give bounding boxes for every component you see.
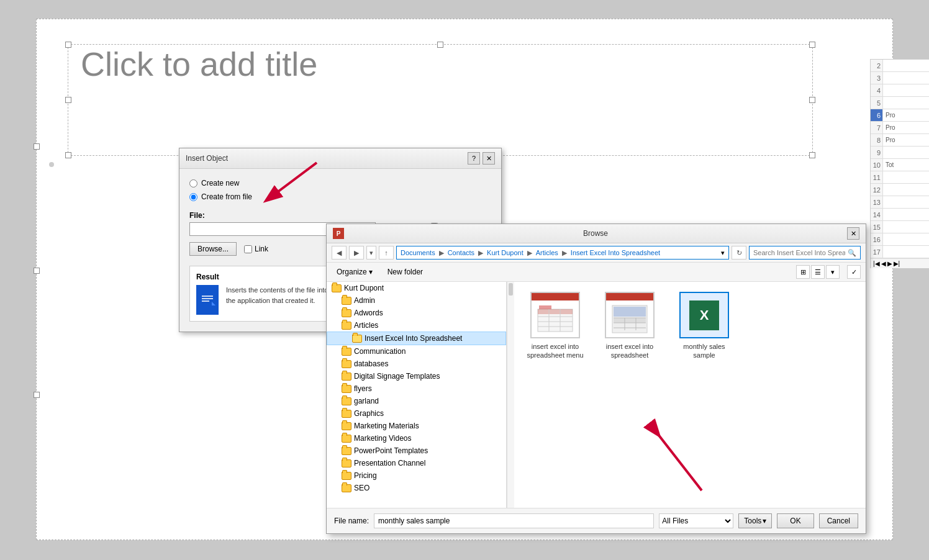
sp-last-btn[interactable]: ▶| xyxy=(894,260,900,267)
new-folder-button[interactable]: New folder xyxy=(383,266,428,278)
tree-label-garland: garland xyxy=(354,397,379,405)
tree-item-communication[interactable]: Communication xyxy=(327,345,506,358)
tree-item-adwords[interactable]: Adwords xyxy=(327,307,506,319)
tree-item-articles[interactable]: Articles xyxy=(327,319,506,332)
folder-icon-marketing-videos xyxy=(342,435,351,443)
sp-prev-btn[interactable]: ◀ xyxy=(881,260,886,267)
tools-button[interactable]: Tools ▾ xyxy=(738,513,772,528)
tree-label-marketing-materials: Marketing Materials xyxy=(354,422,419,430)
create-new-radio[interactable] xyxy=(189,179,197,187)
forward-button[interactable]: ▶ xyxy=(349,246,364,260)
sp-row-10: 10 Tot xyxy=(871,159,929,171)
tree-item-marketing-materials[interactable]: Marketing Materials xyxy=(327,420,506,432)
view-dropdown-button[interactable]: ▾ xyxy=(826,265,840,279)
sp-first-btn[interactable]: |◀ xyxy=(873,260,880,267)
sp-row-16: 16 xyxy=(871,233,929,246)
sp-num-8: 8 xyxy=(871,134,883,146)
sp-next-btn[interactable]: ▶ xyxy=(887,260,892,267)
toolbar-extra[interactable]: ✓ xyxy=(847,265,861,279)
breadcrumb-documents[interactable]: Documents xyxy=(401,249,435,256)
sp-cell-6: Pro xyxy=(883,112,895,119)
browse-titlebar-left: P xyxy=(333,228,344,239)
up-button[interactable]: ↑ xyxy=(379,246,394,260)
tree-item-graphics[interactable]: Graphics xyxy=(327,407,506,420)
close-button[interactable]: ✕ xyxy=(483,152,495,165)
breadcrumb-articles[interactable]: Articles xyxy=(536,249,558,256)
link-label: Link xyxy=(255,245,268,253)
breadcrumb-insert-excel[interactable]: Insert Excel Into Spreadsheet xyxy=(571,249,660,256)
tree-item-seo[interactable]: SEO xyxy=(327,482,506,494)
svg-rect-14 xyxy=(614,307,646,317)
folder-icon-insert-excel xyxy=(352,335,362,343)
browse-toolbar: Organize ▾ New folder ⊞ ☰ ▾ ✓ xyxy=(327,263,866,282)
svg-rect-12 xyxy=(539,305,551,309)
search-icon: 🔍 xyxy=(848,249,856,257)
address-bar: Documents ▶ Contacts ▶ Kurt Dupont ▶ Art… xyxy=(396,246,729,260)
dropdown-button[interactable]: ▾ xyxy=(366,246,376,260)
address-dropdown-btn[interactable]: ▾ xyxy=(721,249,725,257)
file-grid: insert excel into spreadsheet menu xyxy=(514,282,866,508)
browse-button[interactable]: Browse... xyxy=(189,242,237,256)
tree-item-databases[interactable]: databases xyxy=(327,358,506,370)
view-details-button[interactable]: ☰ xyxy=(811,265,825,279)
folder-icon-pricing xyxy=(342,472,351,480)
tree-label-articles: Articles xyxy=(354,321,378,330)
spreadsheet-panel: 2 3 4 5 6 Pro 7 Pro 8 Pro 9 10 Tot 11 12 xyxy=(870,59,929,268)
tree-scrollbar[interactable] xyxy=(507,282,514,508)
tree-item-admin[interactable]: Admin xyxy=(327,294,506,307)
slide-title-placeholder[interactable]: Click to add title xyxy=(68,44,813,156)
link-checkbox[interactable] xyxy=(244,245,252,253)
dialog-controls: ? ✕ xyxy=(468,152,495,165)
browse-body: Kurt Dupont Admin Adwords Articles Inser… xyxy=(327,282,866,508)
folder-icon-adwords xyxy=(342,309,351,317)
sp-num-13: 13 xyxy=(871,196,883,208)
tree-item-pricing[interactable]: Pricing xyxy=(327,469,506,482)
folder-icon-presentation-channel xyxy=(342,459,351,467)
filename-input[interactable] xyxy=(374,513,654,528)
sp-row-13: 13 xyxy=(871,196,929,209)
tree-item-flyers[interactable]: flyers xyxy=(327,382,506,395)
tree-item-powerpoint-templates[interactable]: PowerPoint Templates xyxy=(327,445,506,457)
svg-rect-6 xyxy=(538,309,573,314)
ok-button[interactable]: OK xyxy=(777,513,813,528)
sp-num-16: 16 xyxy=(871,233,883,245)
folder-icon-digital-signage xyxy=(342,373,351,381)
result-icon xyxy=(196,285,219,315)
svg-rect-1 xyxy=(202,296,213,297)
back-button[interactable]: ◀ xyxy=(332,246,347,260)
refresh-button[interactable]: ↻ xyxy=(732,246,746,260)
folder-icon-articles xyxy=(342,322,351,330)
tree-label-digital-signage: Digital Signage Templates xyxy=(354,372,440,381)
search-input[interactable] xyxy=(753,249,845,256)
view-large-icons-button[interactable]: ⊞ xyxy=(796,265,810,279)
insert-object-title: Insert Object xyxy=(186,154,228,163)
filetype-select[interactable]: All Files xyxy=(659,513,733,528)
help-button[interactable]: ? xyxy=(468,152,480,165)
browse-close-button[interactable]: ✕ xyxy=(847,227,859,240)
tree-label-pricing: Pricing xyxy=(354,471,377,480)
create-from-file-radio-row: Create from file xyxy=(189,192,491,201)
create-from-file-radio[interactable] xyxy=(189,193,197,201)
breadcrumb-contacts[interactable]: Contacts xyxy=(448,249,474,256)
cancel-button[interactable]: Cancel xyxy=(819,513,858,528)
tree-item-presentation-channel[interactable]: Presentation Channel xyxy=(327,457,506,469)
sp-num-17: 17 xyxy=(871,246,883,258)
tree-item-digital-signage[interactable]: Digital Signage Templates xyxy=(327,370,506,382)
svg-rect-16 xyxy=(614,324,646,329)
tree-label-insert-excel: Insert Excel Into Spreadsheet xyxy=(365,334,462,343)
file-item-2[interactable]: insert excel into spreadsheet xyxy=(599,292,661,360)
tree-item-marketing-videos[interactable]: Marketing Videos xyxy=(327,432,506,445)
organize-button[interactable]: Organize ▾ xyxy=(332,266,378,278)
file-thumb-3: X xyxy=(679,292,729,338)
sp-num-12: 12 xyxy=(871,184,883,196)
tree-label-communication: Communication xyxy=(354,347,406,356)
sp-num-6: 6 xyxy=(871,109,883,121)
tree-item-kurt-dupont[interactable]: Kurt Dupont xyxy=(327,282,506,294)
tree-label-ppt-templates: PowerPoint Templates xyxy=(354,446,428,455)
tree-item-insert-excel[interactable]: Insert Excel Into Spreadsheet xyxy=(327,332,506,345)
breadcrumb-kurt[interactable]: Kurt Dupont xyxy=(487,249,523,256)
sp-cell-10: Tot xyxy=(883,161,894,168)
file-item-1[interactable]: insert excel into spreadsheet menu xyxy=(524,292,586,360)
tree-item-garland[interactable]: garland xyxy=(327,395,506,407)
file-item-3[interactable]: X monthly sales sample xyxy=(673,292,735,360)
